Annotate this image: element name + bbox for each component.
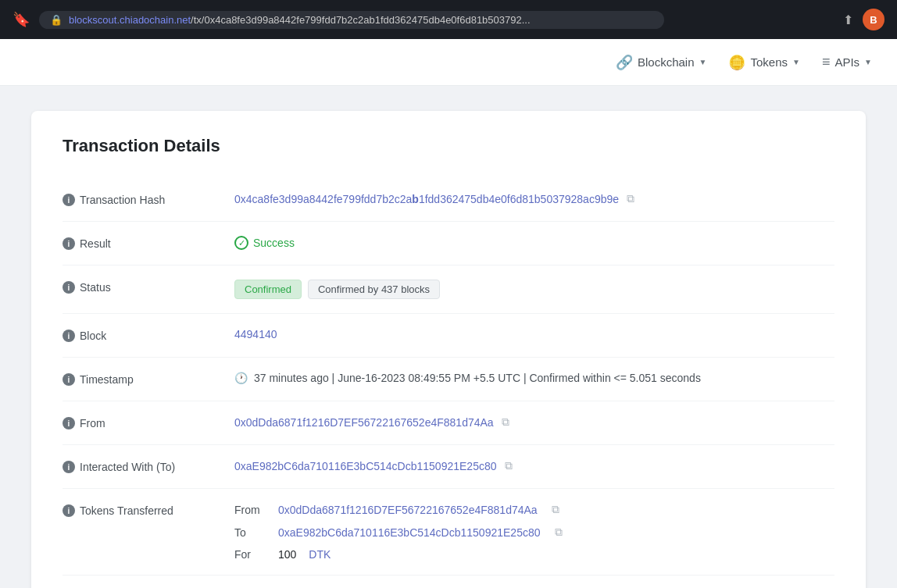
share-icon[interactable]: ⬆: [843, 12, 853, 27]
timestamp-info-icon[interactable]: i: [63, 373, 75, 386]
block-value: 4494140: [234, 328, 834, 340]
url-path: /tx/0x4ca8fe3d99a8442fe799fdd7b2c2ab1fdd…: [191, 14, 530, 26]
token-from-label: From: [234, 504, 266, 516]
url-domain: blockscout.chiadochain.net: [69, 14, 191, 26]
lock-icon: 🔒: [50, 14, 63, 26]
transaction-hash-value: 0x4ca8fe3d99a8442fe799fdd7b2c2ab1fdd3624…: [234, 192, 834, 205]
result-value: ✓ Success: [234, 236, 834, 250]
from-row: i From 0x0dDda6871f1216D7EF56722167652e4…: [63, 401, 834, 445]
bookmark-icon[interactable]: 🔖: [13, 11, 30, 28]
blockchain-nav-link[interactable]: 🔗 Blockchain ▼: [616, 54, 706, 71]
url-text: blockscout.chiadochain.net/tx/0x4ca8fe3d…: [69, 14, 531, 26]
browser-navbar: 🔖 🔒 blockscout.chiadochain.net/tx/0x4ca8…: [0, 0, 897, 39]
block-number-link[interactable]: 4494140: [234, 328, 277, 340]
tokens-chevron-icon: ▼: [792, 58, 800, 66]
success-circle-icon: ✓: [234, 236, 248, 250]
success-badge: ✓ Success: [234, 236, 295, 250]
interacted-with-label: i Interacted With (To): [63, 459, 234, 473]
interacted-with-row: i Interacted With (To) 0xaE982bC6da71011…: [63, 445, 834, 489]
token-to-address-link[interactable]: 0xaE982bC6da710116E3bC514cDcb1150921E25c…: [278, 526, 541, 539]
apis-label: APIs: [834, 55, 859, 69]
tokens-nav-link[interactable]: 🪙 Tokens ▼: [728, 54, 799, 71]
apis-icon: ≡: [822, 54, 831, 70]
token-for-row: For 100 DTK: [234, 548, 563, 561]
apis-chevron-icon: ▼: [864, 58, 872, 66]
tokens-transferred-info-icon[interactable]: i: [63, 504, 75, 517]
main-content: Transaction Details i Transaction Hash 0…: [0, 86, 897, 588]
result-info-icon[interactable]: i: [63, 237, 75, 250]
transaction-hash-label: i Transaction Hash: [63, 192, 234, 206]
from-address-link[interactable]: 0x0dDda6871f1216D7EF56722167652e4F881d74…: [234, 416, 494, 429]
status-blocks-badge: Confirmed by 437 blocks: [308, 280, 440, 299]
apis-nav-link[interactable]: ≡ APIs ▼: [822, 54, 872, 70]
value-row: i Value 0 xDai: [63, 576, 834, 588]
result-label: i Result: [63, 236, 234, 250]
url-bar[interactable]: 🔒 blockscout.chiadochain.net/tx/0x4ca8fe…: [39, 11, 664, 29]
clock-icon: 🕐: [234, 372, 248, 384]
success-text: Success: [253, 237, 295, 249]
interacted-with-value: 0xaE982bC6da710116E3bC514cDcb1150921E25c…: [234, 459, 834, 472]
block-info-icon[interactable]: i: [63, 330, 75, 342]
brave-icon: B: [863, 9, 884, 30]
token-amount: 100: [278, 548, 296, 561]
token-from-copy-icon[interactable]: ⧉: [552, 503, 559, 516]
token-to-copy-icon[interactable]: ⧉: [555, 526, 563, 539]
tokens-icon: 🪙: [728, 54, 745, 71]
transaction-hash-info-icon[interactable]: i: [63, 194, 75, 206]
token-from-address-link[interactable]: 0x0dDda6871f1216D7EF56722167652e4F881d74…: [278, 504, 538, 516]
timestamp-value: 🕐 37 minutes ago | June-16-2023 08:49:55…: [234, 372, 834, 384]
status-row: i Status Confirmed Confirmed by 437 bloc…: [63, 265, 834, 314]
from-info-icon[interactable]: i: [63, 417, 75, 429]
blockchain-chevron-icon: ▼: [699, 58, 707, 66]
transaction-hash-copy-icon[interactable]: ⧉: [627, 192, 634, 205]
site-header: 🔗 Blockchain ▼ 🪙 Tokens ▼ ≡ APIs ▼: [0, 39, 897, 86]
site-nav: 🔗 Blockchain ▼ 🪙 Tokens ▼ ≡ APIs ▼: [616, 54, 872, 71]
status-confirmed-badge: Confirmed: [234, 280, 302, 299]
timestamp-label: i Timestamp: [63, 372, 234, 386]
block-label: i Block: [63, 328, 234, 342]
status-label: i Status: [63, 280, 234, 294]
page-title: Transaction Details: [63, 136, 834, 156]
token-for-label: For: [234, 548, 266, 561]
result-row: i Result ✓ Success: [63, 222, 834, 265]
token-from-row: From 0x0dDda6871f1216D7EF56722167652e4F8…: [234, 503, 563, 516]
tokens-transferred-label: i Tokens Transferred: [63, 503, 234, 517]
interacted-with-address-link[interactable]: 0xaE982bC6da710116E3bC514cDcb1150921E25c…: [234, 460, 497, 472]
interacted-with-copy-icon[interactable]: ⧉: [505, 459, 513, 472]
timestamp-text: 37 minutes ago | June-16-2023 08:49:55 P…: [254, 372, 701, 384]
transaction-hash-link[interactable]: 0x4ca8fe3d99a8442fe799fdd7b2c2ab1fdd3624…: [234, 193, 619, 205]
interacted-with-info-icon[interactable]: i: [63, 461, 75, 473]
tokens-transferred-row: i Tokens Transferred From 0x0dDda6871f12…: [63, 489, 834, 576]
transaction-card: Transaction Details i Transaction Hash 0…: [31, 111, 866, 588]
block-row: i Block 4494140: [63, 314, 834, 358]
blockchain-label: Blockchain: [638, 55, 695, 69]
token-symbol: DTK: [309, 548, 331, 561]
transaction-hash-row: i Transaction Hash 0x4ca8fe3d99a8442fe79…: [63, 178, 834, 222]
timestamp-row: i Timestamp 🕐 37 minutes ago | June-16-2…: [63, 358, 834, 401]
from-value: 0x0dDda6871f1216D7EF56722167652e4F881d74…: [234, 415, 834, 429]
blockchain-icon: 🔗: [616, 54, 633, 71]
token-to-label: To: [234, 526, 266, 539]
status-value: Confirmed Confirmed by 437 blocks: [234, 280, 834, 299]
tokens-table: From 0x0dDda6871f1216D7EF56722167652e4F8…: [234, 503, 563, 561]
tokens-label: Tokens: [750, 55, 788, 69]
from-address-copy-icon[interactable]: ⧉: [502, 415, 509, 429]
tokens-transferred-value: From 0x0dDda6871f1216D7EF56722167652e4F8…: [234, 503, 834, 561]
status-info-icon[interactable]: i: [63, 281, 75, 294]
from-label: i From: [63, 415, 234, 429]
token-to-row: To 0xaE982bC6da710116E3bC514cDcb1150921E…: [234, 526, 563, 539]
